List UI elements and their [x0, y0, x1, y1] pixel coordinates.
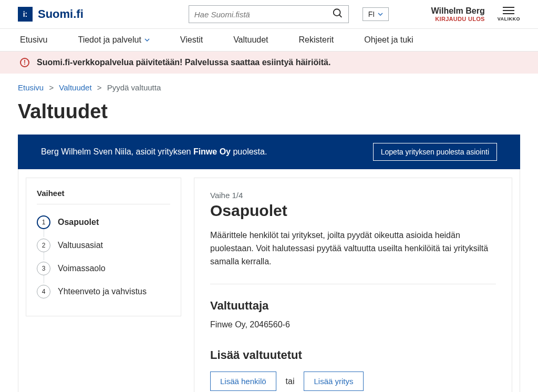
- stage-title: Osapuolet: [210, 202, 496, 220]
- step-number: 4: [37, 285, 50, 298]
- nav-registers[interactable]: Rekisterit: [299, 35, 334, 45]
- context-company: Finwe Oy: [193, 147, 231, 156]
- or-label: tai: [286, 377, 295, 386]
- step-4[interactable]: 4 Yhteenveto ja vahvistus: [37, 280, 170, 303]
- menu-button[interactable]: VALIKKO: [498, 7, 520, 22]
- search-field[interactable]: [189, 5, 349, 23]
- step-label: Yhteenveto ja vahvistus: [58, 287, 147, 296]
- stage-indicator: Vaihe 1/4: [210, 191, 496, 200]
- nav-info-services[interactable]: Tiedot ja palvelut: [78, 35, 149, 45]
- step-label: Osapuolet: [58, 218, 99, 227]
- main-panel: Vaihe 1/4 Osapuolet Määrittele henkilöt …: [194, 178, 512, 392]
- add-person-button[interactable]: Lisää henkilö: [210, 372, 276, 391]
- step-number: 2: [37, 239, 50, 252]
- add-company-button[interactable]: Lisää yritys: [304, 372, 363, 391]
- nav-home[interactable]: Etusivu: [20, 35, 47, 45]
- step-number: 3: [37, 262, 50, 275]
- add-heading: Lisää valtuutetut: [210, 348, 496, 362]
- breadcrumb-authorizations[interactable]: Valtuudet: [59, 83, 91, 92]
- alert-banner: ! Suomi.fi-verkkopalvelua päivitetään! P…: [0, 51, 538, 74]
- context-suffix: puolesta.: [231, 147, 267, 156]
- grantor-heading: Valtuuttaja: [210, 284, 496, 313]
- context-bar: Berg Wilhelm Sven Niila, asioit yritykse…: [18, 135, 520, 169]
- language-selector[interactable]: FI: [363, 7, 389, 21]
- step-1[interactable]: 1 Osapuolet: [37, 211, 170, 234]
- steps-heading: Vaiheet: [37, 189, 170, 204]
- chevron-down-icon: [144, 38, 150, 42]
- page-title: Valtuudet: [0, 92, 538, 135]
- language-code: FI: [368, 10, 375, 18]
- main-nav: Etusivu Tiedot ja palvelut Viestit Valtu…: [0, 29, 538, 51]
- chevron-down-icon: [378, 13, 383, 16]
- breadcrumb: Etusivu > Valtuudet > Pyydä valtuutta: [0, 74, 538, 92]
- logout-link[interactable]: KIRJAUDU ULOS: [431, 16, 485, 22]
- breadcrumb-current: Pyydä valtuutta: [107, 83, 161, 92]
- svg-line-1: [339, 15, 342, 17]
- logo-icon: i:: [18, 7, 33, 22]
- step-label: Voimassaolo: [58, 264, 106, 273]
- site-logo[interactable]: i: Suomi.fi: [18, 7, 84, 22]
- context-prefix: Berg Wilhelm Sven Niila, asioit yritykse…: [41, 147, 193, 156]
- step-label: Valtuusasiat: [58, 241, 103, 250]
- search-input[interactable]: [189, 5, 349, 23]
- steps-panel: Vaiheet 1 Osapuolet 2 Valtuusasiat 3 Voi…: [26, 178, 181, 316]
- logo-text: Suomi.fi: [38, 7, 84, 21]
- end-acting-button[interactable]: Lopeta yrityksen puolesta asiointi: [373, 143, 497, 161]
- menu-label: VALIKKO: [498, 16, 520, 22]
- nav-help[interactable]: Ohjeet ja tuki: [364, 35, 413, 45]
- grantor-value: Finwe Oy, 2046560-6: [210, 320, 496, 329]
- hamburger-icon: [498, 7, 520, 14]
- nav-authorizations[interactable]: Valtuudet: [233, 35, 268, 45]
- nav-messages[interactable]: Viestit: [180, 35, 203, 45]
- breadcrumb-home[interactable]: Etusivu: [18, 83, 44, 92]
- step-2[interactable]: 2 Valtuusasiat: [37, 234, 170, 257]
- step-number: 1: [37, 215, 50, 229]
- user-name: Wilhelm Berg: [431, 6, 485, 16]
- stage-description: Määrittele henkilöt tai yritykset, joilt…: [210, 229, 496, 268]
- step-3[interactable]: 3 Voimassaolo: [37, 257, 170, 280]
- user-block: Wilhelm Berg KIRJAUDU ULOS: [431, 6, 485, 22]
- nav-info-services-label: Tiedot ja palvelut: [78, 35, 141, 45]
- alert-text: Suomi.fi-verkkopalvelua päivitetään! Pal…: [37, 58, 330, 67]
- alert-icon: !: [20, 58, 29, 67]
- svg-point-0: [334, 9, 340, 16]
- search-icon[interactable]: [330, 6, 346, 23]
